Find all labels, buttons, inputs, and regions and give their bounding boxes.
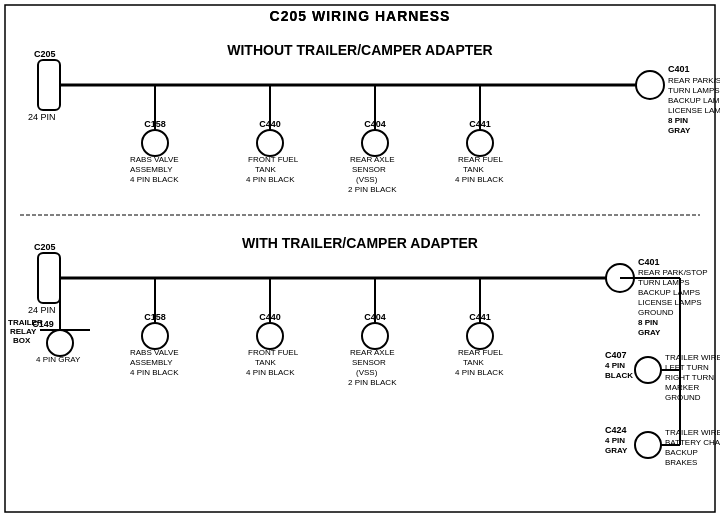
svg-text:C404: C404 [364,119,386,129]
svg-text:C149: C149 [32,319,54,329]
svg-text:REAR AXLE: REAR AXLE [350,348,394,357]
svg-text:TANK: TANK [463,165,484,174]
bottom-c404-connector [362,323,388,349]
svg-text:TURN LAMPS: TURN LAMPS [668,86,720,95]
bottom-c441-connector [467,323,493,349]
svg-text:ASSEMBLY: ASSEMBLY [130,358,173,367]
top-section-label: WITHOUT TRAILER/CAMPER ADAPTER [227,42,492,58]
svg-text:REAR FUEL: REAR FUEL [458,155,503,164]
svg-text:4 PIN GRAY: 4 PIN GRAY [36,355,81,364]
diagram-container: C205 WIRING HARNESS WITHOUT TRAILER/CAMP… [0,0,720,517]
svg-text:4 PIN BLACK: 4 PIN BLACK [246,368,295,377]
bottom-c401-label: C401 [638,257,660,267]
svg-text:4 PIN BLACK: 4 PIN BLACK [455,368,504,377]
bottom-c440-connector [257,323,283,349]
top-c401-label: C401 [668,64,690,74]
svg-text:RABS VALVE: RABS VALVE [130,348,179,357]
svg-text:SENSOR: SENSOR [352,358,386,367]
top-c401-connector [636,71,664,99]
svg-text:4 PIN BLACK: 4 PIN BLACK [130,368,179,377]
top-c158-connector [142,130,168,156]
svg-text:BACKUP LAMPS: BACKUP LAMPS [668,96,720,105]
top-c441-connector [467,130,493,156]
svg-text:RABS VALVE: RABS VALVE [130,155,179,164]
svg-text:ASSEMBLY: ASSEMBLY [130,165,173,174]
svg-text:4 PIN BLACK: 4 PIN BLACK [130,175,179,184]
svg-text:REAR PARK/STOP: REAR PARK/STOP [668,76,720,85]
svg-text:4 PIN BLACK: 4 PIN BLACK [246,175,295,184]
svg-text:C441: C441 [469,312,491,322]
svg-text:FRONT FUEL: FRONT FUEL [248,348,299,357]
svg-text:TRAILER WIRES: TRAILER WIRES [665,428,720,437]
svg-text:C440: C440 [259,119,281,129]
svg-text:SENSOR: SENSOR [352,165,386,174]
svg-text:8 PIN: 8 PIN [638,318,658,327]
svg-text:C440: C440 [259,312,281,322]
bottom-c158-connector [142,323,168,349]
bottom-c407-connector [635,357,661,383]
svg-text:BLACK: BLACK [605,371,633,380]
svg-text:TANK: TANK [463,358,484,367]
svg-text:BATTERY CHARGE: BATTERY CHARGE [665,438,720,447]
main-title-display: C205 WIRING HARNESS [0,8,720,24]
top-c404-connector [362,130,388,156]
svg-text:4 PIN BLACK: 4 PIN BLACK [455,175,504,184]
svg-text:C404: C404 [364,312,386,322]
svg-text:LICENSE LAMPS: LICENSE LAMPS [638,298,702,307]
svg-text:BRAKES: BRAKES [665,458,697,467]
svg-text:2 PIN BLACK: 2 PIN BLACK [348,185,397,194]
svg-text:BACKUP LAMPS: BACKUP LAMPS [638,288,700,297]
svg-text:TANK: TANK [255,165,276,174]
bottom-c205-pins: 24 PIN [28,305,56,315]
svg-text:GRAY: GRAY [638,328,661,337]
svg-text:FRONT FUEL: FRONT FUEL [248,155,299,164]
bottom-c424-connector [635,432,661,458]
top-c205-connector [38,60,60,110]
svg-text:TANK: TANK [255,358,276,367]
bottom-c205-label: C205 [34,242,56,252]
svg-text:TURN LAMPS: TURN LAMPS [638,278,690,287]
svg-text:2 PIN BLACK: 2 PIN BLACK [348,378,397,387]
top-c440-connector [257,130,283,156]
svg-text:RIGHT TURN: RIGHT TURN [665,373,714,382]
svg-text:C158: C158 [144,119,166,129]
svg-text:REAR PARK/STOP: REAR PARK/STOP [638,268,708,277]
bottom-section-label: WITH TRAILER/CAMPER ADAPTER [242,235,478,251]
svg-text:C441: C441 [469,119,491,129]
svg-text:GROUND: GROUND [638,308,674,317]
svg-text:LICENSE LAMPS: LICENSE LAMPS [668,106,720,115]
svg-text:GROUND: GROUND [665,393,701,402]
svg-text:(VSS): (VSS) [356,175,378,184]
svg-text:C158: C158 [144,312,166,322]
svg-text:GRAY: GRAY [605,446,628,455]
svg-text:TRAILER WIRES: TRAILER WIRES [665,353,720,362]
svg-text:REAR AXLE: REAR AXLE [350,155,394,164]
svg-text:MARKER: MARKER [665,383,699,392]
svg-text:4 PIN: 4 PIN [605,361,625,370]
top-c205-label: C205 [34,49,56,59]
svg-text:4 PIN: 4 PIN [605,436,625,445]
bottom-c205-connector [38,253,60,303]
svg-text:(VSS): (VSS) [356,368,378,377]
top-c205-pins: 24 PIN [28,112,56,122]
svg-text:BOX: BOX [13,336,31,345]
svg-text:REAR FUEL: REAR FUEL [458,348,503,357]
svg-text:GRAY: GRAY [668,126,691,135]
svg-text:LEFT TURN: LEFT TURN [665,363,709,372]
svg-text:8 PIN: 8 PIN [668,116,688,125]
svg-text:C424: C424 [605,425,627,435]
svg-text:C407: C407 [605,350,627,360]
bottom-c149-connector [47,330,73,356]
wiring-diagram-svg: WITHOUT TRAILER/CAMPER ADAPTER C205 24 P… [0,0,720,517]
svg-text:BACKUP: BACKUP [665,448,698,457]
